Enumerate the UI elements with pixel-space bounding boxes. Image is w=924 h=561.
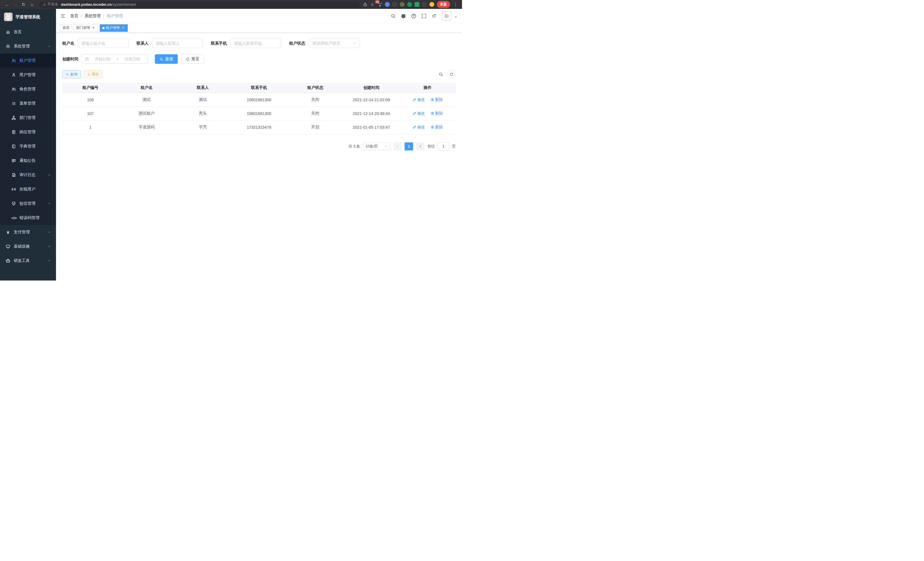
edit-link[interactable]: 修改 [412, 111, 425, 116]
user-icon [11, 73, 16, 77]
sidebar-item-menus[interactable]: 菜单管理 [0, 96, 56, 111]
edit-link[interactable]: 修改 [412, 125, 425, 130]
sidebar-toggle-icon[interactable] [61, 14, 66, 19]
sidebar-item-label: 支付管理 [14, 230, 30, 235]
page-size-value: 10条/页 [365, 144, 378, 149]
sidebar-item-users[interactable]: 用户管理 [0, 68, 56, 82]
top-navbar: 首页 / 系统管理 / 租户管理 [56, 9, 462, 23]
browser-menu-icon[interactable]: ⋮ [453, 2, 459, 7]
fullscreen-icon[interactable] [422, 14, 427, 19]
sidebar-item-roles[interactable]: 角色管理 [0, 82, 56, 96]
bookmark-star-icon[interactable]: ☆ [370, 2, 375, 7]
security-label: 不安全 [47, 2, 58, 7]
pagination-total: 共 3 条 [349, 144, 360, 149]
avatar-caret-icon[interactable] [454, 15, 458, 20]
sidebar-item-online-users[interactable]: 在线用户 [0, 182, 56, 196]
browser-actions: ☆ 10 更新 ⋮ [363, 1, 459, 8]
security-indicator[interactable]: ⚠ 不安全 [43, 2, 58, 7]
phone-input[interactable] [230, 39, 281, 48]
export-button[interactable]: 导出 [84, 70, 102, 78]
audit-icon [11, 173, 16, 177]
sidebar-item-dev-tools[interactable]: 研发工具 [0, 254, 56, 268]
extension-icon-dark[interactable] [392, 2, 397, 7]
contact-label: 联系人 [136, 41, 148, 46]
delete-link[interactable]: 删除 [430, 97, 443, 102]
url-bar[interactable]: ⚠ 不安全 dashboard.yudao.iocoder.cn/system/… [39, 1, 360, 8]
cell-id: 107 [62, 107, 118, 120]
extension-icon-green-circle[interactable] [407, 2, 412, 7]
column-header-contact: 联系人 [175, 83, 231, 93]
tab-home[interactable]: 首页 [60, 24, 72, 32]
close-icon[interactable]: × [92, 26, 95, 30]
status-select[interactable]: 请选择租户状态 [309, 39, 359, 48]
edit-label: 修改 [417, 125, 425, 130]
share-icon[interactable] [363, 3, 367, 7]
goto-page-input[interactable] [438, 142, 449, 150]
edit-link[interactable]: 修改 [412, 97, 425, 102]
reset-button-label: 重置 [191, 57, 200, 62]
sidebar-item-notices[interactable]: 通知公告 [0, 153, 56, 168]
contact-input[interactable] [152, 39, 203, 48]
create-time-range-picker[interactable]: 开始日期 - 结束日期 [82, 54, 148, 64]
toggle-search-button[interactable] [439, 72, 443, 77]
reload-icon[interactable]: ↻ [20, 2, 27, 7]
extension-icon-puzzle[interactable] [422, 2, 427, 7]
create-time-label: 创建时间 [62, 57, 78, 62]
delete-link[interactable]: 删除 [430, 125, 443, 130]
extension-icon-blue[interactable] [385, 2, 390, 7]
next-page-button[interactable] [416, 142, 424, 150]
sidebar-item-error-codes[interactable]: </> 错误码管理 [0, 211, 56, 225]
sidebar-item-posts[interactable]: 岗位管理 [0, 125, 56, 139]
forward-icon[interactable]: → [12, 2, 19, 7]
avatar[interactable] [442, 11, 451, 21]
refresh-table-button[interactable] [447, 70, 456, 79]
refresh-icon [449, 72, 453, 76]
reset-button[interactable]: 重置 [181, 54, 204, 64]
broken-image-icon [444, 14, 449, 18]
github-icon[interactable] [401, 14, 406, 19]
back-icon[interactable]: ← [3, 2, 10, 7]
sidebar-item-audit-log[interactable]: 审计日志 [0, 168, 56, 182]
search-button[interactable]: 搜索 [155, 54, 178, 64]
logo-image [4, 13, 13, 21]
search-button-label: 搜索 [165, 57, 173, 62]
sidebar-item-system[interactable]: 系统管理 [0, 39, 56, 53]
cell-name: 测试租户 [118, 107, 175, 120]
extension-icon-olive[interactable] [400, 2, 405, 7]
page-1-button[interactable]: 1 [405, 142, 413, 150]
chevron-down-icon [47, 202, 51, 205]
chevron-down-icon [47, 245, 51, 248]
search-icon[interactable] [391, 14, 396, 19]
sidebar-item-payment[interactable]: ¥ 支付管理 [0, 225, 56, 239]
tab-departments[interactable]: 部门管理 × [74, 24, 98, 32]
help-icon[interactable] [411, 14, 416, 19]
yen-icon: ¥ [6, 230, 10, 235]
goto-suffix: 页 [452, 144, 456, 149]
extension-icon-yellow[interactable] [429, 2, 434, 7]
export-button-label: 导出 [92, 72, 99, 77]
add-button[interactable]: 新增 [62, 70, 81, 78]
sidebar-item-tenant[interactable]: 租户管理 [0, 53, 56, 68]
delete-link[interactable]: 删除 [430, 111, 443, 116]
update-button[interactable]: 更新 [437, 1, 450, 8]
breadcrumb: 首页 / 系统管理 / 租户管理 [70, 14, 123, 19]
close-icon[interactable]: × [121, 26, 125, 30]
sidebar-item-home[interactable]: 首页 [0, 25, 56, 39]
tab-tenant[interactable]: 租户管理 × [100, 24, 128, 32]
tenant-icon [11, 58, 16, 63]
browser-home-icon[interactable]: ⌂ [28, 2, 35, 7]
extension-cluster-icon[interactable]: 10 [377, 2, 382, 7]
sidebar-item-dict[interactable]: 字典管理 [0, 139, 56, 153]
prev-page-button[interactable] [393, 142, 402, 150]
sidebar-item-infrastructure[interactable]: 基础设施 [0, 239, 56, 254]
breadcrumb-home[interactable]: 首页 [70, 14, 78, 19]
sidebar-item-departments[interactable]: 部门管理 [0, 111, 56, 125]
font-size-icon[interactable] [432, 14, 437, 19]
cell-contact: 秃头 [175, 107, 231, 120]
breadcrumb-section[interactable]: 系统管理 [85, 14, 100, 19]
page-size-select[interactable]: 10条/页 [363, 142, 390, 150]
tenant-name-input[interactable] [78, 39, 129, 48]
sidebar-item-sms[interactable]: 短信管理 [0, 196, 56, 211]
extension-icon-green-square[interactable] [415, 2, 419, 7]
notice-icon [11, 158, 16, 163]
